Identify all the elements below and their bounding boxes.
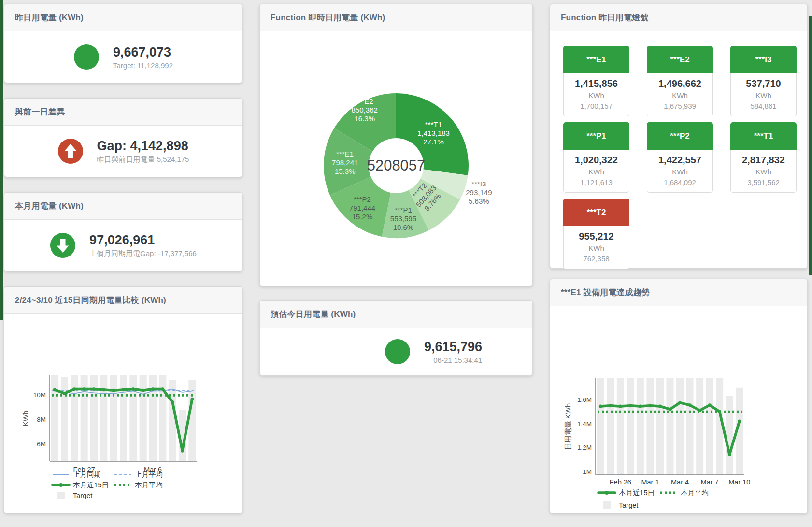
- legend-item-上月同期: 上月同期: [53, 470, 101, 478]
- arrow-up-circle-icon: [57, 138, 84, 164]
- stat-body: 97,026,961 上個月同期用電Gap: -17,377,566: [4, 220, 242, 271]
- stat-text: 9,615,796 06-21 15:34:41: [424, 339, 482, 364]
- stat-text: 9,667,073 Target: 11,128,992: [113, 44, 173, 70]
- panel-title: 本月用電量 (KWh): [4, 193, 242, 220]
- stat-body: 9,667,073 Target: 11,128,992: [4, 31, 242, 83]
- stat-subtitle: 上個月同期用電Gap: -17,377,566: [89, 249, 197, 258]
- svg-text:本月平均: 本月平均: [135, 481, 163, 489]
- compare15-chart: 6M8M10MFeb 27Mar 6KWh上月同期上月平均本月近15日本月平均T…: [4, 314, 242, 513]
- x-tick-label: Feb 26: [610, 478, 631, 486]
- tile-unit: KWh: [565, 167, 628, 177]
- legend-item-本月近15日: 本月近15日: [53, 481, 109, 489]
- tile-body: 1,422,557KWh1,684,092: [647, 150, 713, 193]
- y-tick-label: 1.2M: [577, 444, 592, 451]
- tile-body: 2,817,832KWh3,591,562: [730, 150, 797, 193]
- donut-slice-label: ***I3293,1495.63%: [466, 180, 492, 205]
- tile-target: 1,675,939: [648, 100, 712, 112]
- tile-status-header: ***I3: [730, 46, 797, 73]
- device-tile-P1: ***P11,020,322KWh1,121,613: [563, 122, 629, 193]
- donut-center-total: 5208057: [367, 157, 426, 174]
- x-tick-label: Mar 7: [701, 478, 719, 486]
- svg-text:上月同期: 上月同期: [73, 470, 101, 478]
- device-tile-I3: ***I3537,710KWh584,861: [730, 46, 797, 116]
- tile-value: 2,817,832: [732, 153, 795, 167]
- tile-body: 537,710KWh584,861: [730, 73, 797, 116]
- tile-target: 1,121,613: [565, 177, 628, 188]
- svg-text:Target: Target: [73, 492, 92, 499]
- tile-target: 584,861: [732, 100, 795, 112]
- stat-body: Gap: 4,142,898 昨日與前日用電量 5,524,175: [4, 126, 242, 177]
- tile-target: 762,358: [565, 253, 628, 264]
- donut-chart: ***T11,413,18327.1%***I3293,1495.63%***T…: [260, 31, 532, 286]
- panel-realtime-donut: Function 即時日用電量 (KWh) ***T11,413,18327.1…: [259, 4, 533, 286]
- panel-title: ***E1 設備用電達成趨勢: [550, 279, 807, 306]
- tile-unit: KWh: [565, 90, 628, 100]
- device-tile-E1: ***E11,415,856KWh1,700,157: [563, 46, 629, 116]
- status-circle-icon: [73, 44, 100, 70]
- tile-body: 1,415,856KWh1,700,157: [563, 73, 629, 116]
- tile-unit: KWh: [732, 167, 795, 177]
- panel-title: 昨日用電量 (KWh): [4, 4, 242, 31]
- stat-value: 9,667,073: [113, 44, 173, 60]
- y-tick-label: 10M: [33, 391, 46, 399]
- chart-area: ***T11,413,18327.1%***I3293,1495.63%***T…: [260, 31, 532, 286]
- tile-value: 1,496,662: [648, 77, 712, 90]
- svg-text:Target: Target: [619, 501, 638, 509]
- tile-value: 1,422,557: [648, 153, 712, 167]
- tile-status-header: ***E2: [647, 46, 713, 73]
- x-tick-label: Mar 4: [671, 478, 689, 486]
- panel-day-gap: 與前一日差異 Gap: 4,142,898 昨日與前日用電量 5,524,175: [4, 98, 242, 177]
- tile-body: 955,212KWh762,358: [563, 226, 629, 269]
- tile-status-header: ***P2: [647, 122, 713, 150]
- tile-unit: KWh: [732, 90, 795, 100]
- x-tick-label: Mar 1: [641, 478, 659, 486]
- dashboard: { "page": { "background": "#e9e9e9", "ed…: [0, 0, 812, 527]
- tile-target: 1,700,157: [565, 100, 628, 112]
- stat-subtitle: Target: 11,128,992: [113, 61, 173, 70]
- device-tile-E2: ***E21,496,662KWh1,675,939: [647, 46, 713, 116]
- device-tile-T2: ***T2955,212KWh762,358: [563, 199, 629, 269]
- y-tick-label: 8M: [37, 416, 46, 423]
- svg-text:本月近15日: 本月近15日: [619, 489, 655, 497]
- panel-title: 與前一日差異: [4, 99, 242, 126]
- tile-status-header: ***P1: [563, 122, 629, 150]
- tile-target: 3,591,562: [732, 177, 795, 188]
- tile-unit: KWh: [648, 167, 712, 177]
- y-axis-label: 日用電量 KWh: [564, 403, 572, 450]
- tile-unit: KWh: [565, 243, 628, 253]
- stat-value: 97,026,961: [89, 232, 197, 248]
- stat-text: 97,026,961 上個月同期用電Gap: -17,377,566: [89, 232, 197, 258]
- panel-status-lights: Function 昨日用電燈號 ***E11,415,856KWh1,700,1…: [550, 4, 808, 269]
- chart-area: 6M8M10MFeb 27Mar 6KWh上月同期上月平均本月近15日本月平均T…: [4, 314, 242, 513]
- arrow-down-circle-icon: [50, 232, 76, 258]
- stat-value: Gap: 4,142,898: [97, 138, 189, 154]
- stat-timestamp: 06-21 15:34:41: [424, 356, 482, 364]
- tile-unit: KWh: [648, 90, 712, 100]
- y-axis-label: KWh: [21, 411, 29, 427]
- svg-text:上月平均: 上月平均: [135, 470, 163, 478]
- tile-body: 1,496,662KWh1,675,939: [647, 73, 713, 116]
- stat-text: Gap: 4,142,898 昨日與前日用電量 5,524,175: [97, 138, 189, 164]
- stat-body: 9,615,796 06-21 15:34:41: [260, 328, 532, 375]
- circle-glyph: [73, 44, 100, 70]
- y-tick-label: 1M: [583, 468, 592, 475]
- legend-item-Target: Target: [603, 501, 638, 509]
- panel-e1-trend-chart: ***E1 設備用電達成趨勢 1M1.2M1.4M1.6MFeb 26Mar 1…: [550, 279, 808, 513]
- device-tiles-grid: ***E11,415,856KWh1,700,157***E21,496,662…: [550, 31, 801, 269]
- arrow-up-glyph: [57, 138, 84, 164]
- arrow-down-glyph: [50, 232, 76, 258]
- tile-status-header: ***E1: [563, 46, 629, 73]
- x-tick-label: Mar 10: [728, 478, 750, 486]
- panel-title: Function 即時日用電量 (KWh): [260, 4, 532, 31]
- panel-15day-compare-chart: 2/24~3/10 近15日同期用電量比較 (KWh) 6M8M10MFeb 2…: [4, 286, 242, 513]
- tile-value: 1,020,322: [565, 153, 628, 167]
- panel-estimate-today: 預估今日用電量 (KWh) 9,615,796 06-21 15:34:41: [259, 300, 533, 376]
- legend-item-Target: Target: [57, 492, 92, 499]
- e1trend-chart: 1M1.2M1.4M1.6MFeb 26Mar 1Mar 4Mar 7Mar 1…: [550, 306, 807, 513]
- circle-glyph: [385, 339, 411, 365]
- y-tick-label: 6M: [37, 441, 46, 448]
- status-circle-icon: [385, 339, 411, 365]
- legend-item-本月平均: 本月平均: [660, 489, 709, 497]
- tile-status-header: ***T1: [730, 122, 797, 150]
- stat-value: 9,615,796: [424, 339, 482, 355]
